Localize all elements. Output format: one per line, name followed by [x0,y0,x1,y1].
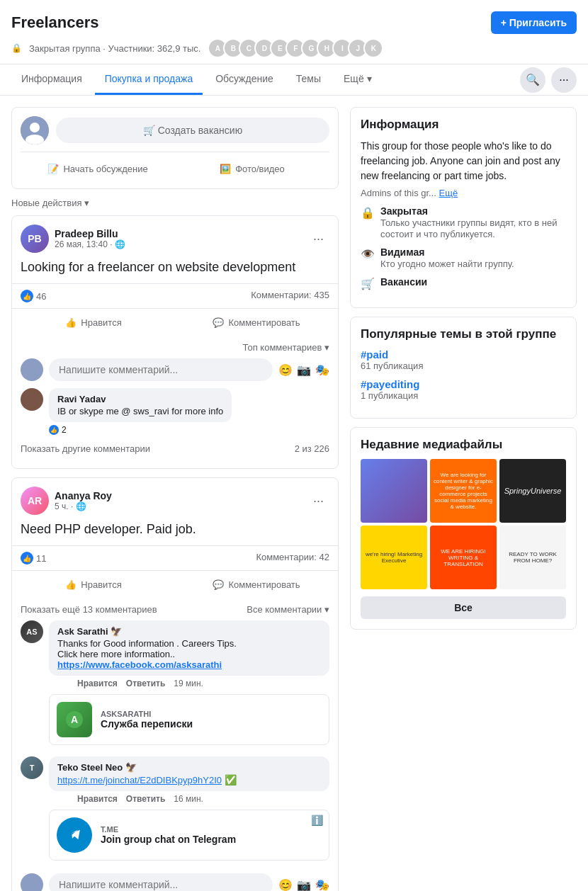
comment-emoji-row-2: 😊 📷 🎭 [278,878,329,891]
telegram-card-info: T.ME Join group chat on Telegram [101,825,236,845]
thumbs-up-icon: 👍 [65,317,77,328]
comment-emoji-row: 😊 📷 🎭 [278,363,329,377]
media-thumb-4[interactable]: we're hiring! Marketing Executive [361,526,427,589]
tab-more[interactable]: Ещё ▾ [334,64,382,95]
post-author-avatar-2: AR [21,487,49,515]
topic-count-payediting: 1 публикация [361,390,566,401]
main-feed: 🛒 Создать вакансию 📝 Начать обсуждение 🖼… [11,107,339,891]
like-emoji-2: 👍 [21,552,33,564]
comment-avatar-2 [21,873,43,891]
sidebar-info-card: Информация This group for those people w… [350,107,577,308]
topic-item-paid: #paid 61 публикация [361,348,566,371]
tab-buy-sell[interactable]: Покупка и продажа [95,64,203,95]
post-author-name-2: Ananya Roy [55,490,112,501]
search-button[interactable]: 🔍 [520,67,545,93]
reply-btn-sarathi[interactable]: Ответить [126,679,165,688]
comment-icon: 💬 [213,317,224,328]
reply-btn-teko[interactable]: Ответить [126,794,165,804]
post-time-1: 26 мая, 13:40 · 🌐 [55,239,125,249]
more-options-button[interactable]: ··· [551,67,577,93]
post-more-options-2[interactable]: ··· [307,491,329,511]
discussion-icon: 📝 [47,164,59,174]
visible-group-info: 👁️ Видимая Кто угодно может найти группу… [361,246,566,269]
commenter-avatar-ravi [21,388,43,411]
tab-information[interactable]: Информация [11,64,92,95]
reply-like-teko[interactable]: Нравится [77,794,118,804]
verified-icon: ✅ [225,774,237,785]
teko-link[interactable]: https://t.me/joinchat/E2dDIBKpyp9hY2I0 [57,775,222,785]
popular-topics-title: Популярные темы в этой группе [361,327,566,341]
photo-icon: 🖼️ [220,164,231,174]
post-author-name-1: Pradeep Billu [55,228,125,239]
post-card-1: PB Pradeep Billu 26 мая, 13:40 · 🌐 ··· L… [11,215,339,469]
comment-input-2[interactable] [49,873,273,891]
post-stats-2: 👍 11 Комментарии: 42 [12,545,338,570]
topic-name-payediting[interactable]: #payediting [361,378,566,390]
jobs-info: 🛒 Вакансии [361,276,566,290]
admins-more-link[interactable]: Ещё [439,188,458,198]
comment-actions-sarathi: Нравится Ответить 19 мин. [49,679,329,688]
sidebar-info-title: Информация [361,118,566,132]
comment-author-ravi: Ravi Yadav [57,394,223,404]
top-comments-sort[interactable]: Топ комментариев ▾ [21,342,329,353]
comments-section-1: Топ комментариев ▾ 😊 📷 🎭 [12,336,338,468]
media-thumb-1[interactable] [361,459,427,523]
start-discussion-button[interactable]: 📝 Начать обсуждение [21,158,175,180]
reply-like-sarathi[interactable]: Нравится [77,679,118,688]
commenter-avatar [21,358,43,381]
post-content-1: Looking for a freelancer on website deve… [12,253,338,283]
media-thumb-6[interactable]: READY TO WORK FROM HOME? [499,526,566,589]
info-icon: ℹ️ [311,815,323,826]
ask-sarathi-link[interactable]: https://www.facebook.com/asksarathi [57,659,222,670]
media-thumb-5[interactable]: WE ARE HIRING! WRITING & TRANSLATION [430,526,497,589]
show-more-comments-1[interactable]: Показать другие комментарии [21,443,150,454]
create-vacancy-button[interactable]: 🛒 Создать вакансию [56,118,329,143]
topic-name-paid[interactable]: #paid [361,348,566,361]
group-title: Freelancers [11,13,99,32]
telegram-logo [57,817,92,853]
comment-input-1[interactable] [49,358,273,381]
teko-avatar: T [21,756,43,779]
sidebar-info-desc: This group for those people who's like t… [361,139,566,183]
reply-time-sarathi: 19 мин. [174,679,203,688]
embedded-logo-asksarathi: A [57,702,92,737]
ask-sarathi-name: Ask Sarathi 🦅 [57,626,321,637]
member-avatars: A B C D E F G H I J K [208,38,383,58]
comment-likes-ravi: 👍 2 [49,425,232,435]
nav-tabs: Информация Покупка и продажа Обсуждение … [0,64,588,96]
all-comments-link[interactable]: Все комментарии ▾ [247,604,329,615]
media-grid: We are looking for content writer & grap… [361,459,566,589]
tab-discussion[interactable]: Обсуждение [205,64,283,95]
embedded-card-asksarathi[interactable]: A AskSarathi Служба переписки [49,694,329,745]
tab-topics[interactable]: Темы [286,64,331,95]
post-actions-1: 👍 Нравится 💬 Комментировать [12,308,338,336]
embedded-info-asksarathi: AskSarathi Служба переписки [101,710,193,730]
see-all-media-button[interactable]: Все [361,596,566,619]
comment-button-2[interactable]: 💬 Комментировать [178,574,335,596]
svg-text:A: A [71,714,78,725]
group-subtitle: Закрытая группа · Участники: 362,9 тыс. [29,43,200,54]
media-thumb-2[interactable]: We are looking for content writer & grap… [430,459,497,523]
photo-video-button[interactable]: 🖼️ Фото/видео [175,158,329,180]
user-avatar [21,116,49,144]
lock-icon: 🔒 [11,43,22,53]
closed-group-info: 🔒 Закрытая Только участники группы видят… [361,205,566,239]
topic-count-paid: 61 публикация [361,361,566,371]
svg-point-1 [30,123,40,132]
like-button-1[interactable]: 👍 Нравится [15,312,172,334]
post-more-options-1[interactable]: ··· [307,229,329,249]
avatar: K [363,38,383,58]
post-composer: 🛒 Создать вакансию 📝 Начать обсуждение 🖼… [11,107,339,189]
thumbs-up-icon-2: 👍 [65,579,77,590]
new-activity-bar[interactable]: Новые действия ▾ [11,198,339,208]
like-button-2[interactable]: 👍 Нравится [15,574,172,596]
comment-button-1[interactable]: 💬 Комментировать [178,312,335,334]
show-more-comments-2[interactable]: Показать ещё 13 комментариев [21,604,157,615]
embedded-card-telegram[interactable]: ℹ️ T.ME [49,810,329,861]
teko-text: https://t.me/joinchat/E2dDIBKpyp9hY2I0 ✅ [57,774,321,785]
comment-icon-2: 💬 [213,579,224,590]
invite-button[interactable]: + Пригласить [491,11,577,34]
teko-name: Teko Steel Neo 🦅 [57,762,321,773]
media-thumb-3[interactable]: SpringyUniverse [499,459,566,523]
media-title: Недавние медиафайлы [361,438,566,452]
